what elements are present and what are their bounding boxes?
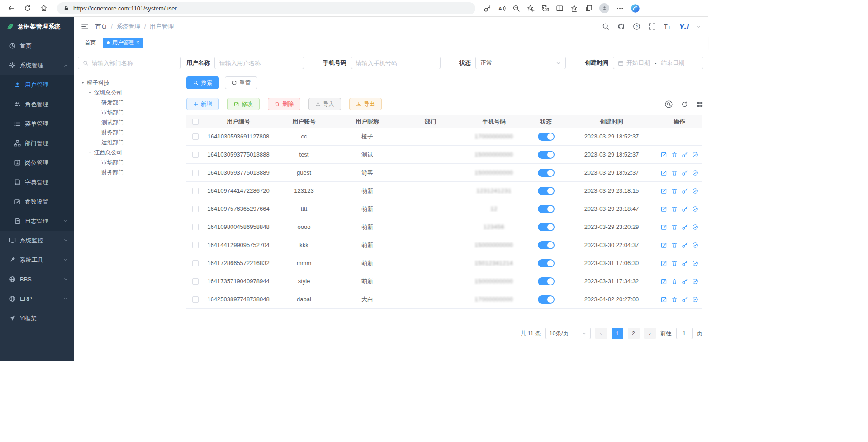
delete-icon[interactable]	[671, 278, 678, 285]
hide-search-icon[interactable]	[665, 100, 673, 108]
sidebar-item-system-management[interactable]: 系统管理	[0, 56, 74, 75]
zoom-icon[interactable]	[512, 5, 520, 12]
reset-password-icon[interactable]	[682, 278, 688, 285]
status-toggle[interactable]	[538, 277, 555, 285]
select-all-checkbox[interactable]	[192, 119, 199, 125]
column-settings-icon[interactable]	[697, 101, 703, 108]
add-favorite-icon[interactable]	[527, 5, 535, 12]
assign-role-icon[interactable]	[692, 152, 698, 158]
row-checkbox[interactable]	[192, 188, 199, 194]
status-toggle[interactable]	[538, 205, 555, 213]
more-icon[interactable]	[616, 5, 624, 12]
tree-node[interactable]: 市场部门	[78, 108, 181, 118]
tree-caret-icon[interactable]	[88, 90, 92, 95]
row-checkbox[interactable]	[192, 260, 199, 266]
chevron-down-icon[interactable]	[696, 24, 701, 29]
edit-icon[interactable]	[661, 278, 667, 285]
tree-node[interactable]: 深圳总公司	[78, 88, 181, 98]
delete-icon[interactable]	[671, 242, 678, 248]
status-select[interactable]: 正常	[475, 57, 566, 69]
tab-home[interactable]: 首页	[81, 38, 100, 48]
table-row[interactable]: 1641728665572216832 mmm 萌新 15012341214 2…	[186, 254, 702, 272]
tree-caret-icon[interactable]	[81, 81, 85, 85]
sidebar-item-home[interactable]: 首页	[0, 36, 74, 56]
page-number-button[interactable]: 1	[612, 328, 623, 339]
reset-button[interactable]: 重置	[225, 76, 257, 89]
table-row[interactable]: 1641441299095752704 kkk 萌新 15000000000 2…	[186, 236, 702, 254]
sidebar-item-log-management[interactable]: 日志管理	[0, 211, 74, 231]
breadcrumb-system[interactable]: 系统管理	[116, 23, 141, 31]
status-toggle[interactable]	[538, 187, 555, 195]
edit-icon[interactable]	[661, 188, 667, 194]
table-row[interactable]: 1641735719040978944 style 萌新 15000000000…	[186, 272, 702, 290]
reset-password-icon[interactable]	[682, 188, 688, 194]
github-icon[interactable]	[617, 23, 625, 30]
avatar[interactable]: YJ	[679, 22, 688, 32]
assign-role-icon[interactable]	[692, 260, 698, 266]
sidebar-toggle-icon[interactable]	[81, 23, 89, 30]
tree-node[interactable]: 橙子科技	[78, 78, 181, 88]
sidebar-item-menu-management[interactable]: 菜单管理	[0, 114, 74, 133]
assign-role-icon[interactable]	[692, 224, 698, 230]
reset-password-icon[interactable]	[682, 260, 688, 266]
close-icon[interactable]: ×	[136, 40, 139, 45]
table-row[interactable]: 1641030593775013888 test 测试 15000000000 …	[186, 146, 702, 164]
assign-role-icon[interactable]	[692, 170, 698, 176]
sidebar-item-role-management[interactable]: 角色管理	[0, 95, 74, 114]
sidebar-item-yi-framework[interactable]: Yi框架	[0, 309, 74, 328]
row-checkbox[interactable]	[192, 296, 199, 303]
dept-search-input[interactable]	[92, 60, 176, 67]
date-range-picker[interactable]: 开始日期 - 结束日期	[613, 57, 703, 69]
refresh-icon[interactable]	[21, 2, 34, 14]
refresh-table-icon[interactable]	[681, 101, 688, 108]
font-size-icon[interactable]: TT	[664, 23, 671, 30]
tree-node[interactable]: 研发部门	[78, 98, 181, 108]
username-input[interactable]	[219, 60, 299, 67]
sidebar-item-param-settings[interactable]: 参数设置	[0, 192, 74, 211]
add-button[interactable]: 新增	[186, 98, 219, 110]
delete-icon[interactable]	[671, 260, 678, 266]
table-row[interactable]: 1641030593775013889 guest 游客 15000000000…	[186, 164, 702, 182]
assign-role-icon[interactable]	[692, 242, 698, 248]
reset-password-icon[interactable]	[682, 152, 688, 158]
app-logo[interactable]: 意框架管理系统	[0, 17, 74, 36]
edit-button[interactable]: 修改	[227, 98, 260, 110]
reset-password-icon[interactable]	[682, 242, 688, 248]
phone-input[interactable]	[356, 60, 436, 67]
status-toggle[interactable]	[538, 241, 555, 249]
status-toggle[interactable]	[538, 259, 555, 267]
table-row[interactable]: 1641030593691127808 cc 橙子 17000000000 20…	[186, 128, 702, 146]
sidebar-item-erp[interactable]: ERP	[0, 289, 74, 309]
collections-icon[interactable]	[585, 5, 593, 12]
delete-icon[interactable]	[671, 152, 678, 158]
reset-password-icon[interactable]	[682, 170, 688, 176]
tab-user-management[interactable]: 用户管理×	[103, 38, 143, 48]
tree-caret-icon[interactable]	[88, 150, 92, 155]
sidebar-item-system-tools[interactable]: 系统工具	[0, 250, 74, 270]
table-row[interactable]: 1641097576365297664 tttt 萌新 12 2023-03-2…	[186, 200, 702, 218]
page-number-button[interactable]: 2	[628, 328, 640, 339]
split-screen-icon[interactable]	[556, 5, 564, 12]
search-button[interactable]: 搜索	[186, 76, 219, 89]
delete-icon[interactable]	[671, 206, 678, 212]
status-toggle[interactable]	[538, 223, 555, 231]
row-checkbox[interactable]	[192, 152, 199, 158]
breadcrumb-home[interactable]: 首页	[95, 23, 107, 31]
prev-page-button[interactable]: ‹	[595, 328, 607, 339]
edit-icon[interactable]	[661, 206, 667, 212]
reset-password-icon[interactable]	[682, 296, 688, 303]
question-icon[interactable]: ?	[633, 23, 640, 30]
table-row[interactable]: 1641097441472286720 123123 萌新 1231241231…	[186, 182, 702, 200]
edit-icon[interactable]	[661, 242, 667, 248]
tree-node[interactable]: 财务部门	[78, 167, 181, 177]
import-button[interactable]: 导入	[308, 98, 341, 110]
tree-node[interactable]: 江西总公司	[78, 147, 181, 157]
row-checkbox[interactable]	[192, 133, 199, 140]
edit-icon[interactable]	[661, 224, 667, 230]
delete-icon[interactable]	[671, 170, 678, 176]
status-toggle[interactable]	[538, 295, 555, 304]
search-icon[interactable]	[602, 23, 610, 30]
row-checkbox[interactable]	[192, 170, 199, 176]
tree-node[interactable]: 运维部门	[78, 138, 181, 147]
reset-password-icon[interactable]	[682, 224, 688, 230]
